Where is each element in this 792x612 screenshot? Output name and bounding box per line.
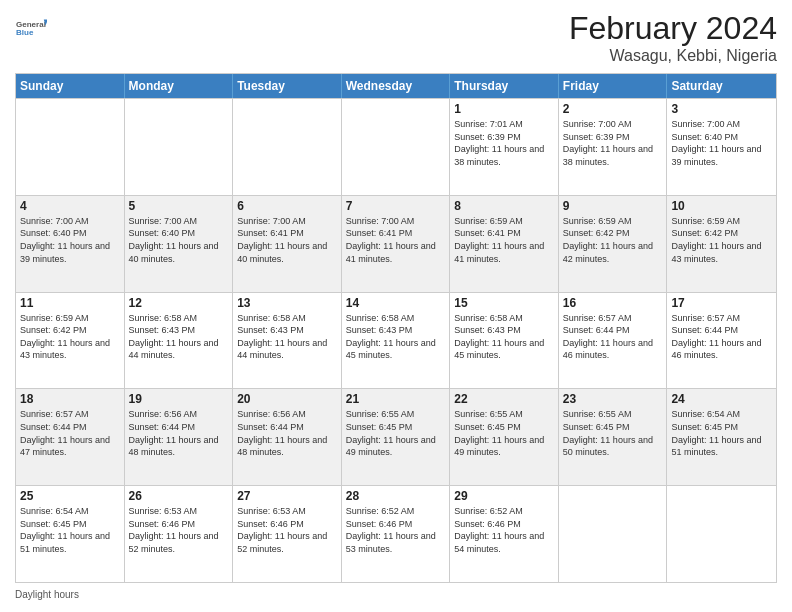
cell-info: Sunrise: 6:52 AM Sunset: 6:46 PM Dayligh… [454, 505, 554, 555]
page: General Blue February 2024 Wasagu, Kebbi… [0, 0, 792, 612]
cell-day-number: 7 [346, 199, 446, 213]
cell-info: Sunrise: 6:55 AM Sunset: 6:45 PM Dayligh… [563, 408, 663, 458]
cell-day-number: 13 [237, 296, 337, 310]
logo: General Blue [15, 10, 47, 46]
cell-day-number: 21 [346, 392, 446, 406]
cell-day-number: 3 [671, 102, 772, 116]
calendar-cell: 8Sunrise: 6:59 AM Sunset: 6:41 PM Daylig… [450, 196, 559, 292]
calendar-cell: 16Sunrise: 6:57 AM Sunset: 6:44 PM Dayli… [559, 293, 668, 389]
calendar-cell: 29Sunrise: 6:52 AM Sunset: 6:46 PM Dayli… [450, 486, 559, 582]
calendar-cell [125, 99, 234, 195]
header-day-friday: Friday [559, 74, 668, 98]
cell-day-number: 15 [454, 296, 554, 310]
calendar-cell: 4Sunrise: 7:00 AM Sunset: 6:40 PM Daylig… [16, 196, 125, 292]
svg-text:Blue: Blue [16, 28, 34, 37]
cell-info: Sunrise: 6:59 AM Sunset: 6:42 PM Dayligh… [671, 215, 772, 265]
cell-day-number: 6 [237, 199, 337, 213]
header-day-thursday: Thursday [450, 74, 559, 98]
calendar-body: 1Sunrise: 7:01 AM Sunset: 6:39 PM Daylig… [16, 98, 776, 582]
cell-day-number: 29 [454, 489, 554, 503]
header: General Blue February 2024 Wasagu, Kebbi… [15, 10, 777, 65]
cell-info: Sunrise: 7:00 AM Sunset: 6:41 PM Dayligh… [237, 215, 337, 265]
cell-day-number: 28 [346, 489, 446, 503]
cell-day-number: 26 [129, 489, 229, 503]
cell-day-number: 12 [129, 296, 229, 310]
cell-info: Sunrise: 6:53 AM Sunset: 6:46 PM Dayligh… [129, 505, 229, 555]
calendar-cell: 20Sunrise: 6:56 AM Sunset: 6:44 PM Dayli… [233, 389, 342, 485]
cell-day-number: 22 [454, 392, 554, 406]
cell-info: Sunrise: 7:01 AM Sunset: 6:39 PM Dayligh… [454, 118, 554, 168]
calendar-cell: 2Sunrise: 7:00 AM Sunset: 6:39 PM Daylig… [559, 99, 668, 195]
cell-info: Sunrise: 6:56 AM Sunset: 6:44 PM Dayligh… [237, 408, 337, 458]
header-day-wednesday: Wednesday [342, 74, 451, 98]
calendar: SundayMondayTuesdayWednesdayThursdayFrid… [15, 73, 777, 583]
calendar-cell: 9Sunrise: 6:59 AM Sunset: 6:42 PM Daylig… [559, 196, 668, 292]
calendar-cell: 27Sunrise: 6:53 AM Sunset: 6:46 PM Dayli… [233, 486, 342, 582]
calendar-cell: 26Sunrise: 6:53 AM Sunset: 6:46 PM Dayli… [125, 486, 234, 582]
calendar-cell: 14Sunrise: 6:58 AM Sunset: 6:43 PM Dayli… [342, 293, 451, 389]
cell-day-number: 23 [563, 392, 663, 406]
calendar-subtitle: Wasagu, Kebbi, Nigeria [569, 47, 777, 65]
cell-info: Sunrise: 6:57 AM Sunset: 6:44 PM Dayligh… [671, 312, 772, 362]
calendar-cell: 21Sunrise: 6:55 AM Sunset: 6:45 PM Dayli… [342, 389, 451, 485]
calendar-week-1: 1Sunrise: 7:01 AM Sunset: 6:39 PM Daylig… [16, 98, 776, 195]
calendar-cell [233, 99, 342, 195]
cell-info: Sunrise: 6:54 AM Sunset: 6:45 PM Dayligh… [20, 505, 120, 555]
header-day-sunday: Sunday [16, 74, 125, 98]
cell-info: Sunrise: 7:00 AM Sunset: 6:40 PM Dayligh… [20, 215, 120, 265]
calendar-header-row: SundayMondayTuesdayWednesdayThursdayFrid… [16, 74, 776, 98]
cell-info: Sunrise: 7:00 AM Sunset: 6:40 PM Dayligh… [671, 118, 772, 168]
cell-day-number: 20 [237, 392, 337, 406]
calendar-week-2: 4Sunrise: 7:00 AM Sunset: 6:40 PM Daylig… [16, 195, 776, 292]
calendar-cell: 24Sunrise: 6:54 AM Sunset: 6:45 PM Dayli… [667, 389, 776, 485]
calendar-cell: 22Sunrise: 6:55 AM Sunset: 6:45 PM Dayli… [450, 389, 559, 485]
calendar-cell: 18Sunrise: 6:57 AM Sunset: 6:44 PM Dayli… [16, 389, 125, 485]
header-day-saturday: Saturday [667, 74, 776, 98]
calendar-cell: 7Sunrise: 7:00 AM Sunset: 6:41 PM Daylig… [342, 196, 451, 292]
cell-info: Sunrise: 6:55 AM Sunset: 6:45 PM Dayligh… [454, 408, 554, 458]
cell-day-number: 2 [563, 102, 663, 116]
cell-info: Sunrise: 7:00 AM Sunset: 6:40 PM Dayligh… [129, 215, 229, 265]
cell-info: Sunrise: 6:59 AM Sunset: 6:42 PM Dayligh… [563, 215, 663, 265]
calendar-week-4: 18Sunrise: 6:57 AM Sunset: 6:44 PM Dayli… [16, 388, 776, 485]
calendar-cell: 15Sunrise: 6:58 AM Sunset: 6:43 PM Dayli… [450, 293, 559, 389]
cell-info: Sunrise: 6:55 AM Sunset: 6:45 PM Dayligh… [346, 408, 446, 458]
header-day-tuesday: Tuesday [233, 74, 342, 98]
calendar-cell: 23Sunrise: 6:55 AM Sunset: 6:45 PM Dayli… [559, 389, 668, 485]
cell-day-number: 10 [671, 199, 772, 213]
cell-day-number: 27 [237, 489, 337, 503]
cell-day-number: 19 [129, 392, 229, 406]
cell-info: Sunrise: 6:54 AM Sunset: 6:45 PM Dayligh… [671, 408, 772, 458]
calendar-cell: 3Sunrise: 7:00 AM Sunset: 6:40 PM Daylig… [667, 99, 776, 195]
cell-info: Sunrise: 6:59 AM Sunset: 6:41 PM Dayligh… [454, 215, 554, 265]
cell-info: Sunrise: 6:58 AM Sunset: 6:43 PM Dayligh… [237, 312, 337, 362]
logo-svg: General Blue [15, 10, 47, 46]
calendar-cell: 6Sunrise: 7:00 AM Sunset: 6:41 PM Daylig… [233, 196, 342, 292]
cell-info: Sunrise: 7:00 AM Sunset: 6:39 PM Dayligh… [563, 118, 663, 168]
calendar-cell: 13Sunrise: 6:58 AM Sunset: 6:43 PM Dayli… [233, 293, 342, 389]
cell-info: Sunrise: 6:58 AM Sunset: 6:43 PM Dayligh… [454, 312, 554, 362]
cell-info: Sunrise: 6:52 AM Sunset: 6:46 PM Dayligh… [346, 505, 446, 555]
cell-info: Sunrise: 6:58 AM Sunset: 6:43 PM Dayligh… [129, 312, 229, 362]
cell-day-number: 1 [454, 102, 554, 116]
cell-day-number: 4 [20, 199, 120, 213]
calendar-title: February 2024 [569, 10, 777, 47]
cell-day-number: 5 [129, 199, 229, 213]
cell-info: Sunrise: 6:57 AM Sunset: 6:44 PM Dayligh… [563, 312, 663, 362]
calendar-cell [667, 486, 776, 582]
cell-day-number: 17 [671, 296, 772, 310]
calendar-cell: 28Sunrise: 6:52 AM Sunset: 6:46 PM Dayli… [342, 486, 451, 582]
svg-text:General: General [16, 20, 46, 29]
calendar-cell: 11Sunrise: 6:59 AM Sunset: 6:42 PM Dayli… [16, 293, 125, 389]
calendar-week-5: 25Sunrise: 6:54 AM Sunset: 6:45 PM Dayli… [16, 485, 776, 582]
calendar-cell: 25Sunrise: 6:54 AM Sunset: 6:45 PM Dayli… [16, 486, 125, 582]
cell-info: Sunrise: 7:00 AM Sunset: 6:41 PM Dayligh… [346, 215, 446, 265]
cell-day-number: 25 [20, 489, 120, 503]
calendar-week-3: 11Sunrise: 6:59 AM Sunset: 6:42 PM Dayli… [16, 292, 776, 389]
calendar-cell [342, 99, 451, 195]
calendar-cell: 10Sunrise: 6:59 AM Sunset: 6:42 PM Dayli… [667, 196, 776, 292]
cell-info: Sunrise: 6:53 AM Sunset: 6:46 PM Dayligh… [237, 505, 337, 555]
cell-day-number: 9 [563, 199, 663, 213]
cell-day-number: 16 [563, 296, 663, 310]
cell-info: Sunrise: 6:58 AM Sunset: 6:43 PM Dayligh… [346, 312, 446, 362]
